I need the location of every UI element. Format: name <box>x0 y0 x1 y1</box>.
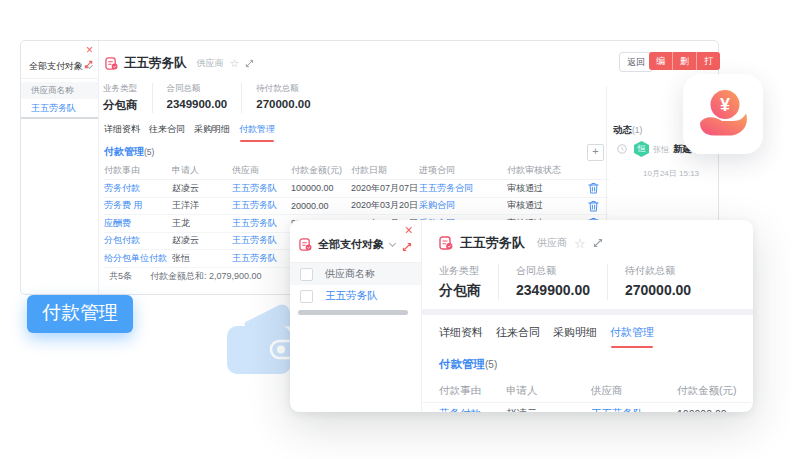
section-title-text: 付款管理 <box>439 358 485 370</box>
col-applicant: 申请人 <box>506 384 591 398</box>
payment-app-icon: ¥ <box>683 74 763 154</box>
cell-reason[interactable]: 分包付款 <box>104 234 172 247</box>
stat-label: 合同总额 <box>167 83 228 95</box>
cell-supplier[interactable]: 王五劳务队 <box>232 252 291 265</box>
cell-supplier[interactable]: 王五劳务队 <box>232 182 291 195</box>
divider-band <box>421 309 753 315</box>
stat-pending-total: 待付款总额 270000.00 <box>607 264 708 300</box>
cell-reason[interactable]: 给分包单位付款 <box>104 252 172 265</box>
tab-contracts[interactable]: 往来合同 <box>496 325 540 348</box>
payment-table-header: 付款事由 申请人 供应商 付款金额(元) 付款日期 进项合同 付款审核状态 <box>104 162 609 180</box>
cell-contract[interactable]: 采购合同 <box>419 199 507 212</box>
stat-pending-total: 待付款总额 270000.00 <box>241 83 324 113</box>
page: × 全部支付对象 供应商名称 王五劳务队 王五劳务队 供应商 ☆ <box>0 0 792 459</box>
stat-value: 分包商 <box>103 98 138 113</box>
stats-row: 业务类型 分包商 合同总额 2349900.00 待付款总额 270000.00 <box>103 83 325 113</box>
cell-reason[interactable]: 应酬费 <box>104 217 172 230</box>
edit-button[interactable]: 编辑 <box>649 52 672 70</box>
delete-icon[interactable] <box>588 182 599 194</box>
col-amount: 付款金额(元) <box>677 384 753 398</box>
stat-business-type: 业务类型 分包商 <box>103 83 152 113</box>
horizontal-scrollbar[interactable] <box>298 310 408 315</box>
close-icon[interactable]: × <box>405 223 413 237</box>
stat-label: 合同总额 <box>516 264 590 278</box>
tab-payment-management[interactable]: 付款管理 <box>610 325 654 348</box>
tab-payment-management[interactable]: 付款管理 <box>239 123 275 142</box>
delete-row-action[interactable] <box>585 200 605 212</box>
expand-icon[interactable] <box>593 238 603 248</box>
expand-icon[interactable] <box>84 60 93 69</box>
cell-contract[interactable]: 王五劳务合同 <box>419 182 507 195</box>
section-title-text: 付款管理 <box>104 146 144 157</box>
front-record-tag: 供应商 <box>537 236 567 250</box>
tab-details[interactable]: 详细资料 <box>104 123 140 142</box>
cell-supplier[interactable]: 王五劳务队 <box>232 234 291 247</box>
table-row: 劳务费 用王洋洋王五劳务队20000.002020年03月20日采购合同审核通过 <box>104 198 609 216</box>
col-date: 付款日期 <box>351 164 419 177</box>
tab-details[interactable]: 详细资料 <box>439 325 483 348</box>
cell-applicant: 赵凌云 <box>172 234 232 247</box>
front-list-item-label: 王五劳务队 <box>325 289 378 303</box>
front-list-title: 全部支付对象 <box>318 237 384 252</box>
yuan-symbol: ¥ <box>720 95 730 115</box>
tab-bar: 详细资料 往来合同 采购明细 付款管理 <box>104 123 275 142</box>
front-stats-row: 业务类型 分包商 合同总额 2349900.00 待付款总额 270000.00 <box>439 264 708 300</box>
select-all-checkbox[interactable] <box>300 268 313 281</box>
stat-label: 业务类型 <box>439 264 481 278</box>
close-icon[interactable]: × <box>86 44 93 56</box>
front-list-title-dropdown[interactable]: 全部支付对象 <box>299 237 395 252</box>
record-title: 王五劳务队 <box>124 55 187 72</box>
amount-total: 付款金额总和: 2,079,900.00 <box>150 270 262 283</box>
sidebar-item-supplier[interactable]: 王五劳务队 <box>21 100 98 116</box>
cell-reason[interactable]: 劳务费 用 <box>104 199 172 212</box>
stat-contract-total: 合同总额 2349900.00 <box>498 264 607 300</box>
cell-date: 2020年07月07日 <box>351 182 419 195</box>
col-reason: 付款事由 <box>104 164 172 177</box>
activity-title-text: 动态 <box>613 124 632 135</box>
print-button[interactable]: 打印 <box>696 52 720 70</box>
avatar: 恒 <box>634 141 649 157</box>
tab-purchase-detail[interactable]: 采购明细 <box>553 325 597 348</box>
delete-icon[interactable] <box>588 200 599 212</box>
sidebar-title: 全部支付对象 <box>29 60 83 73</box>
supplier-name-column-header: 供应商名称 <box>325 267 375 281</box>
cell-applicant: 王龙 <box>172 217 232 230</box>
cell-reason[interactable]: 劳务付款 <box>439 407 506 412</box>
clipboard-icon <box>439 236 453 250</box>
expand-icon[interactable] <box>245 59 254 68</box>
stat-label: 待付款总额 <box>625 264 691 278</box>
tab-purchase-detail[interactable]: 采购明细 <box>194 123 230 142</box>
toolbar-button-group: 编辑 删除 打印 <box>649 52 720 70</box>
stat-value: 分包商 <box>439 282 481 300</box>
col-reason: 付款事由 <box>439 384 506 398</box>
activity-title: 动态(1) <box>613 124 642 137</box>
stat-label: 待付款总额 <box>256 83 310 95</box>
cell-applicant: 王洋洋 <box>172 199 232 212</box>
add-payment-button[interactable]: + <box>587 144 604 161</box>
cell-applicant: 赵凌云 <box>172 182 232 195</box>
supplier-name-column-header: 供应商名称 <box>21 82 98 99</box>
delete-row-action[interactable] <box>585 182 605 194</box>
tab-contracts[interactable]: 往来合同 <box>149 123 185 142</box>
back-button[interactable]: 返回 <box>619 52 653 72</box>
col-supplier: 供应商 <box>232 164 291 177</box>
timeline-clock-icon <box>617 144 627 154</box>
delete-button[interactable]: 删除 <box>672 52 696 70</box>
cell-status: 审核通过 <box>507 199 585 212</box>
star-icon[interactable]: ☆ <box>574 236 586 251</box>
front-column-header-row: 供应商名称 <box>290 263 421 285</box>
front-record-header: 王五劳务队 供应商 ☆ <box>439 234 603 252</box>
activity-time: 10月24日 15:13 <box>643 168 699 179</box>
star-icon[interactable]: ☆ <box>230 57 240 70</box>
cell-supplier[interactable]: 王五劳务队 <box>232 217 291 230</box>
clipboard-icon <box>105 57 118 70</box>
row-checkbox[interactable] <box>300 290 313 303</box>
cell-reason[interactable]: 劳务付款 <box>104 182 172 195</box>
cell-supplier[interactable]: 王五劳务队 <box>591 407 677 412</box>
front-list-item-supplier[interactable]: 王五劳务队 <box>290 285 421 307</box>
cell-supplier[interactable]: 王五劳务队 <box>232 199 291 212</box>
expand-icon[interactable] <box>402 242 412 252</box>
front-record-title: 王五劳务队 <box>460 234 525 252</box>
front-detail-panel: 王五劳务队 供应商 ☆ 业务类型 分包商 合同总额 2349900.00 待付款… <box>421 220 753 412</box>
sidebar-title-dropdown[interactable]: 全部支付对象 <box>29 60 92 73</box>
